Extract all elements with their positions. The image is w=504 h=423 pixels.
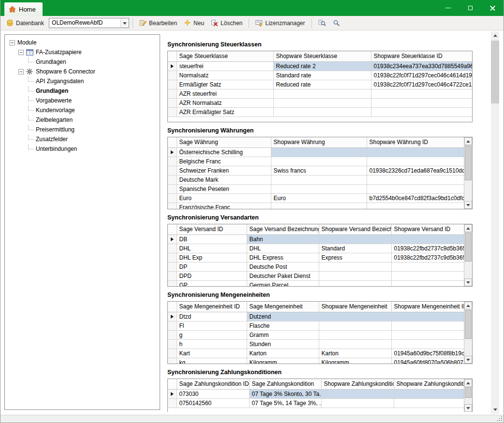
grid-cell[interactable]: German Parcel [247, 280, 319, 287]
grid-cell[interactable]: Flasche [247, 321, 319, 330]
grid-cell[interactable]: Deutscher Paket Dienst [247, 271, 319, 280]
tab-home[interactable]: Home [4, 2, 43, 16]
scroll-up-button[interactable] [464, 302, 472, 309]
row-selector[interactable] [168, 389, 177, 398]
column-header[interactable]: Shopware Steuerklasse ID [371, 51, 473, 61]
scrollbar-track[interactable] [491, 40, 499, 406]
column-header[interactable]: Sage Mengeneinheit ID [177, 302, 247, 312]
grid-cell[interactable] [391, 271, 464, 280]
grid-cell[interactable]: Belgische Franc [177, 157, 271, 166]
grid-cell[interactable] [367, 175, 464, 184]
row-selector[interactable] [168, 244, 177, 253]
grid-cell[interactable]: 07 Tage 3% Skonto, 30 Ta... [249, 389, 321, 398]
tree-item-kundenvorlage[interactable]: Kundenvorlage [5, 105, 160, 115]
grid-cell[interactable]: Euro [177, 193, 271, 203]
scrollbar-thumb[interactable] [465, 146, 472, 180]
grid-cell[interactable]: 01938c234eea737ea330d7885549a96c [371, 61, 473, 71]
scroll-down-button[interactable] [464, 201, 472, 209]
grid-cell[interactable]: Dutzend [247, 312, 319, 321]
loeschen-button[interactable]: Löschen [208, 18, 245, 28]
grid-cell[interactable]: Standard [319, 244, 391, 253]
row-selector[interactable] [168, 271, 177, 280]
scroll-down-button[interactable] [464, 278, 472, 286]
main-scrollbar[interactable] [491, 31, 499, 414]
grid-cell[interactable] [367, 203, 464, 209]
grid-cell[interactable]: DHL [177, 244, 247, 253]
tree-item-zielbelegarten[interactable]: Zielbelegarten [5, 115, 160, 125]
tree-item-zusatzfelder[interactable]: Zusatzfelder [5, 134, 160, 144]
grid-scrollbar[interactable] [464, 379, 472, 412]
scroll-up-button[interactable] [491, 31, 499, 40]
grid-cell[interactable] [319, 330, 391, 339]
row-selector[interactable] [168, 166, 177, 175]
grid-cell[interactable]: DHL [247, 244, 319, 253]
column-header[interactable]: Shopware Währung ID [367, 137, 464, 147]
scrollbar-thumb[interactable] [491, 41, 499, 103]
grid-cell[interactable]: Standard rate [273, 71, 371, 80]
scroll-up-button[interactable] [464, 379, 472, 387]
row-selector[interactable] [168, 193, 177, 203]
row-selector[interactable] [168, 330, 177, 339]
tree-item-shopware-6-connector[interactable]: Shopware 6 Connector [5, 67, 160, 76]
grid-scrollbar[interactable] [464, 224, 472, 286]
grid-cell[interactable]: DP [177, 262, 247, 271]
scroll-up-button[interactable] [464, 137, 472, 145]
grid-cell[interactable]: Fl [177, 321, 247, 330]
row-selector[interactable] [168, 349, 177, 358]
grid-cell[interactable]: Swiss francs [271, 166, 367, 175]
grid-cell[interactable]: Kart [177, 349, 247, 358]
tree-item-fa-zusatzpapiere[interactable]: FA-Zusatzpapiere [5, 47, 160, 57]
grid-cell[interactable] [271, 175, 367, 184]
row-selector[interactable] [168, 321, 177, 330]
grid-cell[interactable] [271, 184, 367, 193]
column-header[interactable]: Shopware Versand ID [391, 224, 464, 234]
grid-cell[interactable] [394, 398, 464, 408]
row-selector[interactable] [168, 89, 177, 98]
grid-cell[interactable]: DHL Express [247, 253, 319, 262]
grid-cell[interactable] [319, 321, 391, 330]
grid-cell[interactable] [394, 389, 464, 398]
grid-cell[interactable]: Reduced rate 2 [273, 61, 371, 71]
grid-cell[interactable]: Bahn [247, 234, 319, 244]
grid-cell[interactable]: 01945a60fd8070a506b807... [391, 358, 464, 364]
grid-cell[interactable] [319, 271, 391, 280]
column-header[interactable]: Shopware Mengeneinheit [319, 302, 391, 312]
row-selector[interactable] [168, 71, 177, 80]
grid-cell[interactable]: Französische Franc [177, 203, 271, 209]
tree-item-grundlagen[interactable]: Grundlagen [5, 57, 160, 67]
scrollbar-thumb[interactable] [465, 233, 472, 262]
grid-cell[interactable]: AZR Normalsatz [177, 98, 273, 107]
datenbank-combobox[interactable]: OLDemoReweAbfD [49, 18, 129, 28]
grid-cell[interactable]: 01938c22fbd2737c9d5b365... [391, 253, 464, 262]
grid-cell[interactable]: Spanische Peseten [177, 184, 271, 193]
scrollbar-thumb[interactable] [465, 387, 472, 398]
row-selector[interactable] [168, 234, 177, 244]
grid-cell[interactable]: Stunden [247, 339, 319, 349]
grid-cell[interactable]: Deutsche Mark [177, 175, 271, 184]
grid-cell[interactable] [273, 89, 371, 98]
grid-cell[interactable]: 01945a60d9bc75f08f8b19c... [391, 349, 464, 358]
scroll-down-button[interactable] [464, 404, 472, 412]
grid-cell[interactable] [391, 321, 464, 330]
row-selector[interactable] [168, 253, 177, 262]
column-header[interactable]: Sage Mengeneinheit [247, 302, 319, 312]
column-header[interactable]: Shopware Mengeneinheit ID [391, 302, 464, 312]
grid-cell[interactable]: DPD [177, 271, 247, 280]
grid-cell[interactable]: DHL Exp [177, 253, 247, 262]
grid-cell[interactable]: 01938c22fc0f71d297cec046c4722ce1 [371, 80, 473, 89]
row-selector[interactable] [168, 98, 177, 107]
grid-cell[interactable]: kg [177, 358, 247, 364]
grid-cell[interactable] [319, 280, 391, 287]
row-selector[interactable] [168, 80, 177, 89]
column-header[interactable]: Shopware Währung [271, 137, 367, 147]
scrollbar-track[interactable] [464, 387, 472, 404]
scrollbar-track[interactable] [464, 145, 472, 201]
grid-cell[interactable]: Gramm [247, 330, 319, 339]
grid-cell[interactable]: 01938c2326cd71eda687ea9c1510dd77 [367, 166, 464, 175]
scroll-up-button[interactable] [464, 224, 472, 232]
tree-item-api-zugangsdaten[interactable]: API Zugangsdaten [5, 76, 160, 86]
column-header[interactable]: Shopware Zahlungskondition [321, 379, 394, 389]
grid-cell[interactable]: Kilogramm [247, 358, 319, 364]
column-header[interactable]: Shopware Versand Bezeich... [319, 224, 391, 234]
column-header[interactable]: Sage Versand ID [177, 224, 247, 234]
